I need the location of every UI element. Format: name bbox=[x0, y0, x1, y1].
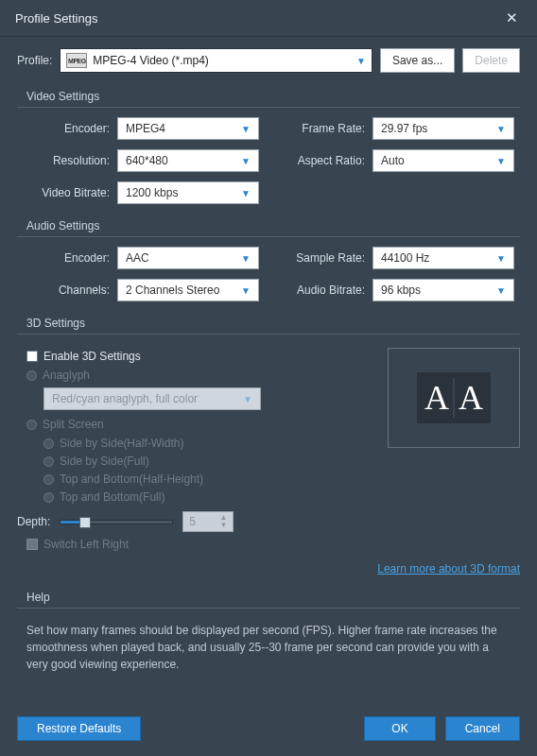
audio-encoder-select[interactable]: AAC▼ bbox=[117, 247, 259, 269]
cancel-button[interactable]: Cancel bbox=[445, 716, 520, 741]
chevron-down-icon: ▼ bbox=[241, 253, 251, 264]
help-section-title: Help bbox=[26, 591, 520, 604]
radio-icon bbox=[43, 438, 54, 449]
split-options: Side by Side(Half-Width) Side by Side(Fu… bbox=[26, 437, 374, 504]
video-bitrate-select[interactable]: 1200 kbps▼ bbox=[117, 181, 259, 204]
split-option-2: Top and Bottom(Half-Height) bbox=[43, 472, 374, 486]
preview-letter-left: A bbox=[423, 378, 451, 418]
spinner-arrows: ▲▼ bbox=[219, 514, 227, 529]
radio-icon bbox=[43, 456, 54, 467]
restore-defaults-button[interactable]: Restore Defaults bbox=[17, 716, 141, 741]
chevron-down-icon: ▼ bbox=[496, 253, 506, 264]
help-text: Set how many frames should be displayed … bbox=[17, 618, 520, 673]
anaglyph-radio: Anaglyph bbox=[26, 369, 374, 382]
video-section-title: Video Settings bbox=[26, 90, 520, 103]
video-encoder-select[interactable]: MPEG4▼ bbox=[117, 117, 259, 140]
learn-more-link[interactable]: Learn more about 3D format bbox=[17, 562, 520, 576]
chevron-down-icon: ▼ bbox=[243, 394, 252, 404]
checkbox-icon bbox=[26, 351, 38, 362]
audio-bitrate-label: Audio Bitrate: bbox=[287, 284, 372, 297]
sample-rate-select[interactable]: 44100 Hz▼ bbox=[372, 247, 514, 269]
chevron-down-icon: ▼ bbox=[241, 285, 251, 296]
radio-icon bbox=[43, 492, 54, 503]
chevron-down-icon: ▼ bbox=[241, 124, 251, 134]
resolution-select[interactable]: 640*480▼ bbox=[117, 149, 259, 172]
divider bbox=[17, 236, 520, 237]
mpeg-icon: MPEG bbox=[66, 53, 87, 68]
audio-encoder-label: Encoder: bbox=[26, 251, 117, 265]
3d-controls: Enable 3D Settings Anaglyph Red/cyan ana… bbox=[26, 344, 374, 557]
aspect-ratio-label: Aspect Ratio: bbox=[287, 154, 372, 167]
chevron-down-icon: ▼ bbox=[496, 285, 506, 296]
content-area: Profile: MPEG MPEG-4 Video (*.mp4) ▼ Sav… bbox=[0, 37, 537, 705]
aspect-ratio-select[interactable]: Auto▼ bbox=[372, 149, 514, 172]
depth-slider[interactable] bbox=[60, 520, 173, 524]
audio-form: Encoder: AAC▼ Sample Rate: 44100 Hz▼ Cha… bbox=[17, 247, 520, 301]
radio-icon bbox=[43, 474, 54, 485]
depth-spinner: 5 ▲▼ bbox=[182, 511, 234, 532]
chevron-down-icon: ▼ bbox=[241, 188, 251, 198]
chevron-down-icon: ▼ bbox=[356, 56, 366, 66]
radio-icon bbox=[26, 370, 37, 381]
divider bbox=[17, 334, 520, 335]
3d-section-title: 3D Settings bbox=[26, 317, 520, 330]
enable-3d-checkbox[interactable]: Enable 3D Settings bbox=[26, 350, 374, 363]
switch-lr-label: Switch Left Right bbox=[43, 538, 129, 551]
video-bitrate-label: Video Bitrate: bbox=[26, 186, 117, 199]
checkbox-icon bbox=[26, 539, 38, 550]
anaglyph-label: Anaglyph bbox=[43, 369, 90, 382]
titlebar: Profile Settings ✕ bbox=[0, 0, 537, 37]
audio-section-title: Audio Settings bbox=[26, 219, 520, 232]
slider-thumb bbox=[79, 517, 91, 528]
profile-label: Profile: bbox=[17, 54, 52, 67]
resolution-label: Resolution: bbox=[26, 154, 117, 167]
depth-label: Depth: bbox=[17, 515, 50, 528]
3d-preview: A A bbox=[388, 348, 520, 448]
switch-lr-checkbox: Switch Left Right bbox=[26, 538, 374, 551]
frame-rate-select[interactable]: 29.97 fps▼ bbox=[372, 117, 514, 140]
divider bbox=[17, 608, 520, 609]
split-screen-radio: Split Screen bbox=[26, 418, 374, 431]
anaglyph-select: Red/cyan anaglyph, full color ▼ bbox=[43, 387, 261, 410]
divider bbox=[17, 107, 520, 108]
split-option-0: Side by Side(Half-Width) bbox=[43, 437, 374, 450]
3d-preview-column: A A bbox=[388, 344, 520, 557]
footer: Restore Defaults OK Cancel bbox=[0, 705, 537, 756]
close-icon[interactable]: ✕ bbox=[502, 9, 522, 26]
profile-select[interactable]: MPEG MPEG-4 Video (*.mp4) ▼ bbox=[60, 48, 372, 73]
split-option-3: Top and Bottom(Full) bbox=[43, 490, 374, 504]
channels-label: Channels: bbox=[26, 284, 117, 297]
radio-icon bbox=[26, 420, 37, 430]
split-option-1: Side by Side(Full) bbox=[43, 455, 374, 468]
3d-section: Enable 3D Settings Anaglyph Red/cyan ana… bbox=[17, 344, 520, 557]
preview-letter-right: A bbox=[457, 378, 485, 418]
window-title: Profile Settings bbox=[15, 11, 97, 26]
channels-select[interactable]: 2 Channels Stereo▼ bbox=[117, 279, 259, 301]
save-as-button[interactable]: Save as... bbox=[380, 48, 455, 73]
video-encoder-label: Encoder: bbox=[26, 122, 117, 135]
profile-value: MPEG-4 Video (*.mp4) bbox=[93, 54, 209, 67]
chevron-down-icon: ▼ bbox=[241, 156, 251, 166]
sample-rate-label: Sample Rate: bbox=[287, 251, 372, 265]
profile-settings-window: Profile Settings ✕ Profile: MPEG MPEG-4 … bbox=[0, 0, 537, 756]
delete-button: Delete bbox=[462, 48, 520, 73]
audio-bitrate-select[interactable]: 96 kbps▼ bbox=[372, 279, 514, 301]
chevron-down-icon: ▼ bbox=[496, 156, 506, 166]
split-screen-label: Split Screen bbox=[43, 418, 104, 431]
ok-button[interactable]: OK bbox=[364, 716, 435, 741]
chevron-down-icon: ▼ bbox=[496, 124, 506, 134]
profile-row: Profile: MPEG MPEG-4 Video (*.mp4) ▼ Sav… bbox=[17, 48, 520, 73]
depth-row: Depth: 5 ▲▼ bbox=[17, 511, 374, 532]
video-form: Encoder: MPEG4▼ Frame Rate: 29.97 fps▼ R… bbox=[17, 117, 520, 204]
frame-rate-label: Frame Rate: bbox=[287, 122, 372, 135]
enable-3d-label: Enable 3D Settings bbox=[43, 350, 141, 363]
